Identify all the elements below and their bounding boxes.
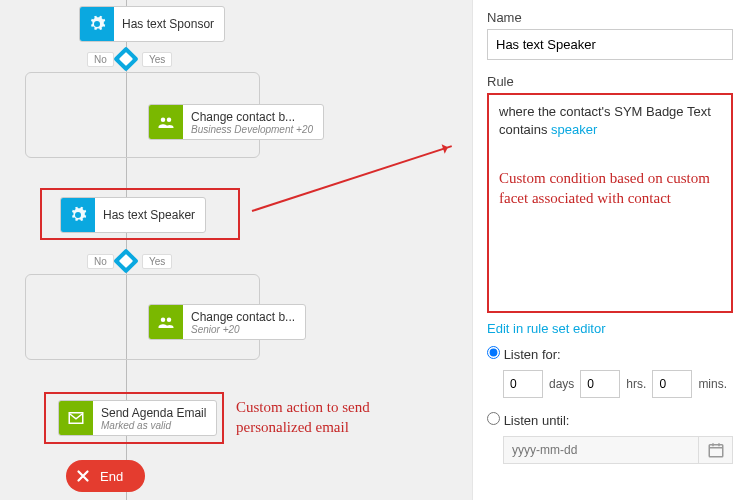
- name-label: Name: [487, 10, 733, 25]
- node-subtitle: Senior +20: [191, 324, 295, 335]
- hrs-input[interactable]: [580, 370, 620, 398]
- duration-row: days hrs. mins.: [503, 370, 733, 398]
- calendar-icon[interactable]: [699, 436, 733, 464]
- days-input[interactable]: [503, 370, 543, 398]
- listen-for-radio[interactable]: [487, 346, 500, 359]
- node-title: Change contact b...: [191, 310, 295, 324]
- decision-diamond[interactable]: [113, 46, 138, 71]
- hrs-label: hrs.: [626, 377, 646, 391]
- rule-text: where the contact's SYM Badge Text conta…: [499, 104, 711, 137]
- svg-point-0: [161, 118, 166, 123]
- action-change-contact-2[interactable]: Change contact b... Senior +20: [148, 304, 306, 340]
- date-input[interactable]: [503, 436, 699, 464]
- no-label: No: [87, 52, 114, 67]
- node-title: Change contact b...: [191, 110, 313, 124]
- action-send-agenda-email[interactable]: Send Agenda Email Marked as valid: [58, 400, 217, 436]
- listen-for-row[interactable]: Listen for:: [487, 346, 733, 362]
- name-input[interactable]: [487, 29, 733, 60]
- listen-until-row[interactable]: Listen until:: [487, 412, 733, 428]
- node-title: Has text Speaker: [103, 208, 195, 222]
- gear-icon: [80, 7, 114, 41]
- contacts-icon: [149, 105, 183, 139]
- days-label: days: [549, 377, 574, 391]
- svg-rect-4: [709, 445, 723, 457]
- email-icon: [59, 401, 93, 435]
- condition-speaker[interactable]: Has text Speaker: [60, 197, 206, 233]
- listen-for-label: Listen for:: [504, 347, 561, 362]
- close-icon: [66, 467, 100, 485]
- yes-label: Yes: [142, 254, 172, 269]
- decision-diamond[interactable]: [113, 248, 138, 273]
- properties-panel: Name Rule where the contact's SYM Badge …: [472, 0, 747, 500]
- annotation-text: Custom condition based on custom facet a…: [499, 169, 721, 208]
- mins-label: mins.: [698, 377, 727, 391]
- svg-point-1: [167, 118, 172, 123]
- action-change-contact-1[interactable]: Change contact b... Business Development…: [148, 104, 324, 140]
- node-subtitle: Marked as valid: [101, 420, 206, 431]
- listen-until-label: Listen until:: [504, 413, 570, 428]
- end-label: End: [100, 469, 123, 484]
- node-title: Has text Sponsor: [122, 17, 214, 31]
- mins-input[interactable]: [652, 370, 692, 398]
- contacts-icon: [149, 305, 183, 339]
- end-node[interactable]: End: [66, 460, 145, 492]
- yes-label: Yes: [142, 52, 172, 67]
- node-subtitle: Business Development +20: [191, 124, 313, 135]
- condition-sponsor[interactable]: Has text Sponsor: [79, 6, 225, 42]
- rule-box[interactable]: where the contact's SYM Badge Text conta…: [487, 93, 733, 313]
- date-row: [503, 436, 733, 464]
- svg-point-3: [167, 318, 172, 323]
- rule-value-link[interactable]: speaker: [551, 122, 597, 137]
- listen-until-radio[interactable]: [487, 412, 500, 425]
- edit-rule-link[interactable]: Edit in rule set editor: [487, 321, 606, 336]
- gear-icon: [61, 198, 95, 232]
- no-label: No: [87, 254, 114, 269]
- flow-canvas: Has text Sponsor No Yes Change contact b…: [0, 0, 472, 500]
- annotation-text: Custom action to send personalized email: [236, 398, 416, 437]
- svg-point-2: [161, 318, 166, 323]
- annotation-arrow: [252, 145, 452, 212]
- rule-label: Rule: [487, 74, 733, 89]
- node-title: Send Agenda Email: [101, 406, 206, 420]
